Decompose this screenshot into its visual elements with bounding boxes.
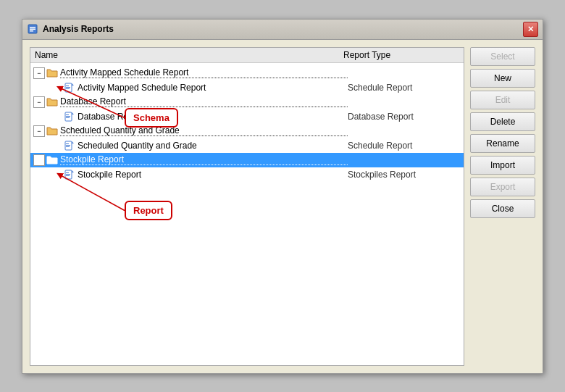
file-icon [64,141,75,151]
svg-rect-20 [66,172,69,173]
svg-rect-2 [30,29,35,30]
tree-row[interactable]: −Database Report [30,95,464,109]
folder-icon [46,126,58,136]
svg-rect-22 [66,175,70,176]
svg-rect-21 [66,174,70,175]
main-window: Analysis Reports ✕ Name Report Type −Act… [22,19,543,374]
item-label: Activity Mapped Schedule Report [78,83,348,93]
svg-rect-5 [66,86,69,86]
import-button[interactable]: Import [470,156,535,175]
item-type: Schedule Report [348,141,464,151]
tree-header: Name Report Type [30,48,464,63]
tree-row[interactable]: −Activity Mapped Schedule Report [30,66,464,80]
title-bar: Analysis Reports ✕ [22,20,543,40]
svg-marker-8 [72,83,74,86]
main-panel: Name Report Type −Activity Mapped Schedu… [30,47,464,366]
new-button[interactable]: New [470,69,535,88]
expand-icon[interactable]: − [33,67,45,79]
window-title: Analysis Reports [43,24,523,34]
item-label: Database Report [60,96,348,107]
folder-icon [46,68,58,78]
export-button[interactable]: Export [470,178,535,196]
tree-body[interactable]: −Activity Mapped Schedule ReportActivity… [30,63,464,365]
svg-rect-7 [66,88,70,89]
svg-rect-6 [66,87,70,88]
tree-row[interactable]: Activity Mapped Schedule ReportSchedule … [30,80,464,95]
tree-row[interactable]: Scheduled Quantity and GradeSchedule Rep… [30,138,464,153]
file-icon [64,83,75,93]
item-label: Scheduled Quantity and Grade [60,125,348,136]
report-callout: Report [125,201,172,220]
window-body: Name Report Type −Activity Mapped Schedu… [22,40,543,373]
item-type: Database Report [348,112,464,122]
folder-icon [46,97,58,107]
svg-rect-1 [30,27,35,28]
tree-row[interactable]: Stockpile ReportStockpiles Report [30,167,464,182]
tree-row[interactable]: −Stockpile Report [30,153,464,167]
item-label: Database Report [78,112,348,122]
expand-icon[interactable]: − [33,154,45,166]
item-label: Stockpile Report [60,154,348,165]
tree-row[interactable]: −Scheduled Quantity and Grade [30,124,464,138]
svg-rect-10 [66,114,69,115]
item-label: Activity Mapped Schedule Report [60,67,348,78]
edit-button[interactable]: Edit [470,91,535,109]
tree-row[interactable]: Database ReportDatabase Report [30,109,464,124]
item-type: Schedule Report [348,83,464,93]
expand-icon[interactable]: − [33,96,45,108]
expand-icon[interactable]: − [33,125,45,137]
svg-rect-15 [66,143,69,144]
svg-marker-18 [72,141,74,143]
file-icon [64,112,75,122]
close-window-button[interactable]: ✕ [523,22,538,37]
svg-rect-16 [66,145,70,146]
item-type: Stockpiles Report [348,170,464,180]
rename-button[interactable]: Rename [470,134,535,153]
close-button[interactable]: Close [470,199,535,218]
window-icon [27,23,38,35]
svg-rect-3 [30,30,33,32]
svg-marker-23 [72,170,74,172]
delete-button[interactable]: Delete [470,112,535,131]
file-icon [64,170,75,180]
svg-rect-17 [66,146,70,147]
select-button[interactable]: Select [470,47,535,66]
name-column-header: Name [35,50,343,60]
item-label: Stockpile Report [78,170,348,180]
svg-rect-12 [66,117,70,118]
folder-icon [46,155,58,165]
sidebar-buttons: Select New Edit Delete Rename Import Exp… [470,47,535,366]
type-column-header: Report Type [343,50,459,60]
item-label: Scheduled Quantity and Grade [78,141,348,151]
svg-marker-13 [72,112,74,114]
svg-rect-11 [66,116,70,117]
